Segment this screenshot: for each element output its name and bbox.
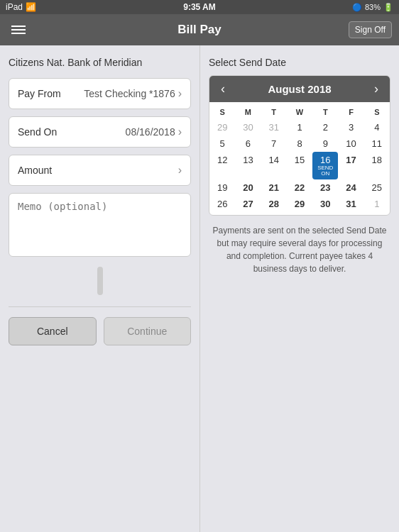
- day-header: T: [261, 105, 287, 119]
- battery-percent: 83%: [365, 3, 381, 11]
- left-panel: Citizens Nat. Bank of Meridian Pay From …: [0, 45, 200, 532]
- calendar-cell[interactable]: 29: [287, 196, 312, 212]
- calendar-cell[interactable]: 30: [235, 119, 261, 135]
- bluetooth-icon: 🔵: [352, 3, 362, 12]
- calendar-grid: SMTWTFS 29303112345678910111213141516SEN…: [209, 102, 390, 215]
- calendar: ‹ August 2018 › SMTWTFS 2930311234567891…: [209, 75, 390, 216]
- calendar-cell[interactable]: 26: [209, 196, 235, 212]
- calendar-cell[interactable]: 29: [209, 119, 235, 135]
- status-bar: iPad 📶 9:35 AM 🔵 83% 🔋: [0, 0, 399, 14]
- calendar-cell[interactable]: 27: [235, 196, 261, 212]
- calendar-cell[interactable]: 1: [287, 119, 312, 135]
- right-panel: Select Send Date ‹ August 2018 › SMTWTFS…: [200, 45, 399, 532]
- calendar-cell[interactable]: 18: [364, 152, 390, 179]
- calendar-week-row: 567891011: [209, 135, 390, 152]
- calendar-cell[interactable]: 7: [261, 135, 287, 152]
- calendar-cell[interactable]: 31: [338, 196, 364, 212]
- calendar-cell[interactable]: 10: [338, 135, 364, 152]
- calendar-cell[interactable]: 28: [261, 196, 287, 212]
- amount-chevron-icon: ›: [178, 164, 182, 177]
- status-time: 9:35 AM: [183, 2, 216, 12]
- calendar-cell[interactable]: 13: [235, 152, 261, 179]
- day-header: F: [338, 105, 364, 119]
- send-on-chevron-icon: ›: [178, 126, 182, 138]
- pay-from-value: Test Checking *1876 ›: [84, 87, 182, 100]
- main-content: Citizens Nat. Bank of Meridian Pay From …: [0, 45, 399, 532]
- calendar-cell[interactable]: 23: [312, 179, 338, 196]
- drag-handle: [97, 267, 103, 295]
- day-header: W: [287, 105, 312, 119]
- calendar-week-row: 1213141516SEND ON1718: [209, 152, 390, 179]
- calendar-cell[interactable]: 15: [287, 152, 312, 179]
- calendar-cell[interactable]: 25: [364, 179, 390, 196]
- calendar-cell[interactable]: 17: [338, 152, 364, 179]
- calendar-cell[interactable]: 22: [287, 179, 312, 196]
- calendar-day-headers: SMTWTFS: [209, 105, 390, 119]
- send-on-value: 08/16/2018 ›: [126, 126, 182, 138]
- nav-bar: Bill Pay Sign Off: [0, 14, 399, 45]
- calendar-month-title: August 2018: [268, 83, 331, 95]
- calendar-header: ‹ August 2018 ›: [209, 76, 390, 102]
- calendar-week-row: 19202122232425: [209, 179, 390, 196]
- payee-name: Citizens Nat. Bank of Meridian: [9, 57, 191, 68]
- continue-button[interactable]: Continue: [104, 317, 192, 345]
- cancel-button[interactable]: Cancel: [9, 317, 97, 345]
- sign-off-button[interactable]: Sign Off: [349, 21, 392, 38]
- calendar-cell[interactable]: 5: [209, 135, 235, 152]
- status-left: iPad 📶: [6, 2, 36, 12]
- calendar-cell[interactable]: 20: [235, 179, 261, 196]
- calendar-cell[interactable]: 11: [364, 135, 390, 152]
- status-right: 🔵 83% 🔋: [352, 3, 393, 12]
- button-row: Cancel Continue: [9, 317, 191, 345]
- calendar-cell[interactable]: 9: [312, 135, 338, 152]
- section-label: Select Send Date: [209, 57, 390, 68]
- calendar-week-row: 2930311234: [209, 119, 390, 135]
- calendar-cell[interactable]: 21: [261, 179, 287, 196]
- calendar-cell[interactable]: 4: [364, 119, 390, 135]
- memo-field[interactable]: [9, 193, 191, 257]
- day-header: T: [312, 105, 338, 119]
- day-header: S: [209, 105, 235, 119]
- calendar-cell[interactable]: 16SEND ON: [312, 152, 338, 179]
- calendar-cell[interactable]: 30: [312, 196, 338, 212]
- day-header: M: [235, 105, 261, 119]
- send-on-label: Send On: [18, 126, 57, 138]
- cal-prev-button[interactable]: ‹: [218, 82, 228, 96]
- calendar-cell[interactable]: 19: [209, 179, 235, 196]
- calendar-week-row: 2627282930311: [209, 196, 390, 212]
- carrier-label: iPad: [6, 2, 23, 12]
- pay-from-label: Pay From: [18, 88, 61, 99]
- cal-next-button[interactable]: ›: [371, 82, 381, 96]
- pay-from-chevron-icon: ›: [178, 87, 182, 100]
- wifi-icon: 📶: [26, 2, 36, 12]
- battery-icon: 🔋: [383, 3, 393, 12]
- calendar-cell[interactable]: 1: [364, 196, 390, 212]
- calendar-cell[interactable]: 24: [338, 179, 364, 196]
- amount-label: Amount: [18, 165, 52, 176]
- calendar-cell[interactable]: 14: [261, 152, 287, 179]
- page-title: Bill Pay: [177, 23, 221, 37]
- amount-row[interactable]: Amount ›: [9, 155, 191, 186]
- divider: [9, 306, 191, 307]
- calendar-note: Payments are sent on the selected Send D…: [209, 224, 390, 275]
- calendar-cell[interactable]: 31: [261, 119, 287, 135]
- pay-from-row[interactable]: Pay From Test Checking *1876 ›: [9, 78, 191, 109]
- menu-button[interactable]: [9, 23, 28, 37]
- calendar-cell[interactable]: 12: [209, 152, 235, 179]
- send-on-row[interactable]: Send On 08/16/2018 ›: [9, 116, 191, 148]
- calendar-cell[interactable]: 6: [235, 135, 261, 152]
- calendar-cell[interactable]: 2: [312, 119, 338, 135]
- calendar-cell[interactable]: 3: [338, 119, 364, 135]
- day-header: S: [364, 105, 390, 119]
- calendar-cell[interactable]: 8: [287, 135, 312, 152]
